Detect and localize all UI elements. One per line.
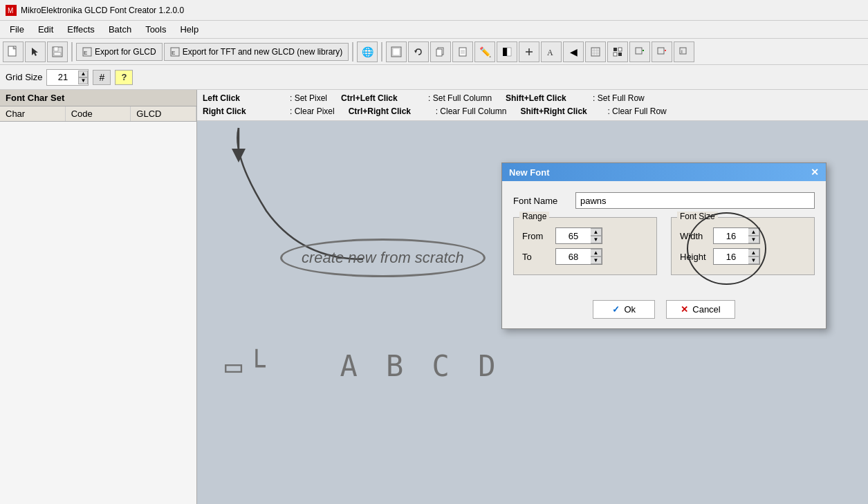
- cancel-button[interactable]: ✕ Cancel: [666, 300, 735, 319]
- help-button[interactable]: ?: [115, 70, 133, 85]
- drawing-area[interactable]: create new from scratch ▭└ A B C D New F…: [197, 121, 868, 504]
- modal-overlay: New Font ✕ Font Name: [197, 121, 868, 504]
- toolbar-btn-import[interactable]: i: [674, 41, 694, 62]
- from-spin-down[interactable]: ▼: [591, 236, 602, 243]
- toolbar-separator-2: [352, 42, 353, 62]
- svg-rect-22: [507, 48, 511, 56]
- width-label: Width: [680, 231, 708, 241]
- toolbar-btn-addchar[interactable]: [629, 41, 650, 62]
- svg-rect-13: [393, 48, 400, 55]
- app-title: MikroElektronika GLCD Font Creator 1.2.0…: [21, 6, 184, 15]
- toolbar-btn-1[interactable]: [386, 41, 407, 62]
- svg-rect-33: [613, 53, 617, 56]
- grid-size-up[interactable]: ▲: [78, 71, 88, 77]
- grid-hash-button[interactable]: #: [93, 70, 111, 85]
- toolbar-btn-removechar[interactable]: [652, 41, 672, 62]
- toolbar-btn-paste[interactable]: [452, 41, 473, 62]
- col-code: Code: [66, 106, 131, 121]
- to-row: To ▲ ▼: [522, 248, 648, 265]
- font-size-group-title: Font Size: [677, 212, 718, 221]
- toolbar-btn-blackwhite[interactable]: [497, 41, 517, 62]
- ok-label: Ok: [624, 304, 636, 315]
- ctrl-right-key: Ctrl+Right Click: [349, 105, 432, 118]
- svg-rect-35: [636, 48, 642, 54]
- toolbar-btn-copy[interactable]: [430, 41, 451, 62]
- toolbar-btn-pen[interactable]: ✏️: [474, 41, 495, 62]
- dialog-close-button[interactable]: ✕: [811, 167, 819, 178]
- export-glcd-label: Export for GLCD: [95, 47, 156, 57]
- toolbar-btn-5[interactable]: [519, 41, 539, 62]
- font-name-input[interactable]: [575, 192, 815, 209]
- svg-text:E: E: [172, 50, 175, 56]
- ctrl-left-action: : Set Full Column: [428, 92, 492, 105]
- new-button[interactable]: [3, 41, 24, 62]
- titlebar: M MikroElektronika GLCD Font Creator 1.2…: [0, 0, 868, 21]
- gridbar: Grid Size ▲ ▼ # ?: [0, 65, 868, 90]
- svg-rect-34: [618, 53, 622, 56]
- height-spin-down[interactable]: ▼: [748, 256, 759, 264]
- svg-rect-31: [613, 48, 617, 51]
- from-input[interactable]: [556, 228, 591, 243]
- dialog-title: New Font: [509, 167, 550, 178]
- menu-batch[interactable]: Batch: [102, 23, 138, 36]
- font-size-group: Font Size Width ▲ ▼: [671, 217, 815, 275]
- svg-rect-16: [436, 49, 442, 56]
- main-layout: Font Char Set Char Code GLCD Left Click …: [0, 90, 868, 504]
- cursor-button[interactable]: [25, 41, 46, 62]
- range-group-title: Range: [519, 212, 549, 221]
- shift-left-key: Shift+Left Click: [506, 92, 589, 105]
- save-button[interactable]: [47, 41, 68, 62]
- svg-rect-7: [54, 53, 61, 55]
- font-size-group-content: Width ▲ ▼: [680, 227, 806, 265]
- from-spin-up[interactable]: ▲: [591, 228, 602, 236]
- to-spin-up[interactable]: ▲: [591, 249, 602, 256]
- left-panel: Font Char Set Char Code GLCD: [0, 90, 197, 504]
- toolbar-btn-grid2[interactable]: [607, 41, 628, 62]
- svg-text:i: i: [681, 48, 683, 55]
- svg-rect-32: [618, 48, 622, 51]
- width-row: Width ▲ ▼: [680, 227, 806, 244]
- col-glcd: GLCD: [131, 106, 196, 121]
- export-tft-button[interactable]: E Export for TFT and new GLCD (new libra…: [164, 43, 349, 61]
- to-label: To: [522, 252, 550, 262]
- svg-marker-4: [32, 48, 38, 56]
- to-input-wrap: ▲ ▼: [555, 248, 602, 265]
- toolbar-separator-3: [381, 42, 382, 62]
- height-spin-up[interactable]: ▲: [748, 249, 759, 256]
- menu-edit[interactable]: Edit: [31, 23, 60, 36]
- ctrl-right-action: : Clear Full Column: [436, 105, 507, 118]
- height-label: Height: [680, 252, 708, 262]
- menu-tools[interactable]: Tools: [138, 23, 173, 36]
- toolbar-btn-arrow-left[interactable]: ◀: [563, 41, 584, 62]
- range-group-content: From ▲ ▼: [522, 227, 648, 265]
- grid-size-input[interactable]: [47, 70, 78, 85]
- width-spin-up[interactable]: ▲: [748, 228, 759, 236]
- toolbar-btn-fontA[interactable]: A: [541, 41, 562, 62]
- toolbar-btn-grid[interactable]: [585, 41, 606, 62]
- ctrl-left-key: Ctrl+Left Click: [341, 92, 424, 105]
- from-input-wrap: ▲ ▼: [555, 227, 602, 244]
- menu-file[interactable]: File: [3, 23, 31, 36]
- left-panel-columns: Char Code GLCD: [0, 106, 196, 122]
- export-glcd-button[interactable]: E Export for GLCD: [76, 43, 163, 61]
- height-input[interactable]: [714, 249, 748, 264]
- cancel-label: Cancel: [692, 304, 720, 315]
- from-row: From ▲ ▼: [522, 227, 648, 244]
- menu-effects[interactable]: Effects: [60, 23, 102, 36]
- svg-rect-21: [503, 48, 507, 56]
- range-group: Range From ▲ ▼: [513, 217, 657, 275]
- to-input[interactable]: [556, 249, 591, 264]
- dialog-section: Range From ▲ ▼: [513, 217, 815, 275]
- toolbar-btn-undo[interactable]: [408, 41, 429, 62]
- to-spin-down[interactable]: ▼: [591, 256, 602, 264]
- width-spin-down[interactable]: ▼: [748, 236, 759, 243]
- globe-button[interactable]: 🌐: [357, 41, 378, 62]
- grid-size-down[interactable]: ▼: [78, 77, 88, 84]
- grid-size-label: Grid Size: [6, 72, 42, 82]
- font-name-row: Font Name: [513, 192, 815, 209]
- width-input[interactable]: [714, 228, 748, 243]
- left-click-key: Left Click: [203, 92, 286, 105]
- menu-help[interactable]: Help: [173, 23, 205, 36]
- ok-button[interactable]: ✓ Ok: [593, 300, 655, 319]
- right-click-key: Right Click: [203, 105, 286, 118]
